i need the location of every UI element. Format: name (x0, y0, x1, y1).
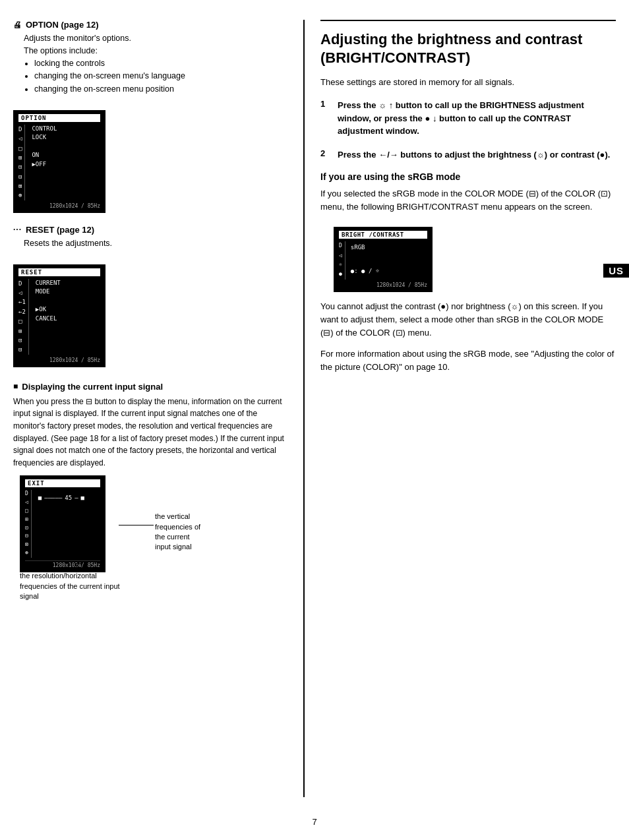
srgb-body1: If you selected the sRGB mode in the COL… (320, 187, 616, 214)
reset-menu-content: CURRENT MODE ▶OK CANCEL (36, 279, 100, 355)
us-badge: US (603, 264, 629, 278)
reset-section: ··· RESET (page 12) Resets the adjustmen… (13, 225, 290, 373)
srgb-body2: You cannot adjust the contrast (●) nor b… (320, 300, 616, 340)
option-menu-icons: D ◁ □ ⊞ ⊡ ⊟ ⊠ ⊛ (18, 125, 25, 200)
reset-menu-icons: D ◁ ←1 ←2 □ ⊞ ⊡ ⊟ (18, 279, 29, 355)
horizontal-freq-label: the resolution/horizontalfrequencies of … (20, 571, 152, 601)
reset-line1: Resets the adjustments. (24, 237, 290, 250)
step-2-number: 2 (320, 148, 331, 162)
bc-content: sRGB ●: ● / ☼ (348, 241, 379, 280)
srgb-body3: For more information about using the sRG… (320, 347, 616, 374)
right-intro: These settings are stored in memory for … (320, 77, 616, 87)
option-list-item: changing the on-screen menu's language (34, 70, 290, 82)
reset-title: ··· RESET (page 12) (13, 225, 290, 235)
option-menu-footer: 1280x1024 / 85Hz (18, 203, 100, 209)
exit-screen-wrapper: EXIT D ◁ □ ⊞ ⊡ ⊟ ⊠ ⊛ (20, 475, 105, 572)
reset-menu-wrapper: RESET D ◁ ←1 ←2 □ ⊞ ⊡ ⊟ (13, 259, 290, 373)
display-section: Displaying the current input signal When… (13, 382, 290, 608)
horizontal-freq-line-h (76, 563, 82, 564)
option-body: Adjusts the monitor's options. The optio… (24, 32, 290, 96)
option-title-text: OPTION (page 12) (26, 20, 99, 30)
srgb-title: If you are using the sRGB mode (320, 171, 616, 182)
right-section-wrapper: US Adjusting the brightness and contrast… (320, 20, 616, 375)
page-number: 7 (0, 810, 629, 840)
srgb-section: If you are using the sRGB mode If you se… (320, 171, 616, 375)
reset-menu-footer: 1280x1024 / 85Hz (18, 357, 100, 363)
option-title: 🖨 OPTION (page 12) (13, 20, 290, 30)
option-line2: The options include: (24, 45, 290, 57)
reset-menu-title: RESET (18, 268, 100, 276)
display-body: When you press the ⊟ button to display t… (13, 396, 290, 469)
option-menu-screenshot: OPTION D ◁ □ ⊞ ⊡ ⊟ ⊠ ⊛ C (13, 110, 105, 213)
bright-contrast-screen: BRIGHT /CONTRAST D ◁ ☼ ● sRGB ●: ● / ☼ (334, 227, 433, 292)
exit-footer: 1280x1024/ 85Hz (25, 560, 100, 568)
step-1-text: Press the ☼ ↑ button to call up the BRIG… (338, 99, 616, 138)
display-title: Displaying the current input signal (13, 382, 290, 392)
title-divider (320, 20, 616, 21)
option-list-item: changing the on-screen menu position (34, 83, 290, 96)
bc-body: D ◁ ☼ ● sRGB ●: ● / ☼ (339, 241, 427, 280)
bc-icons: D ◁ ☼ ● (339, 241, 345, 280)
option-menu-wrapper: OPTION D ◁ □ ⊞ ⊡ ⊟ ⊠ ⊛ C (13, 105, 290, 218)
reset-icon-prefix: ··· (13, 225, 22, 234)
exit-screen: EXIT D ◁ □ ⊞ ⊡ ⊟ ⊠ ⊛ (20, 475, 105, 572)
reset-title-text: RESET (page 12) (26, 225, 94, 235)
reset-body: Resets the adjustments. (24, 237, 290, 250)
option-section: 🖨 OPTION (page 12) Adjusts the monitor's… (13, 20, 290, 218)
option-list-item: locking the controls (34, 57, 290, 70)
exit-icons: D ◁ □ ⊞ ⊡ ⊟ ⊠ ⊛ (25, 490, 32, 557)
exit-title: EXIT (25, 479, 100, 487)
vertical-freq-line (119, 525, 154, 525)
left-column: 🖨 OPTION (page 12) Adjusts the monitor's… (13, 20, 290, 797)
step-1: 1 Press the ☼ ↑ button to call up the BR… (320, 99, 616, 138)
bc-footer: 1280x1024 / 85Hz (339, 282, 427, 288)
right-title: Adjusting the brightness and contrast (B… (320, 30, 616, 67)
option-list: locking the controls changing the on-scr… (34, 57, 290, 96)
exit-diagram-container: EXIT D ◁ □ ⊞ ⊡ ⊟ ⊠ ⊛ (13, 475, 290, 607)
reset-menu-screenshot: RESET D ◁ ←1 ←2 □ ⊞ ⊡ ⊟ (13, 264, 105, 367)
horizontal-freq-line-v (76, 563, 76, 571)
printer-icon: 🖨 (13, 20, 22, 30)
vertical-freq-label: the verticalfrequencies ofthe currentinp… (155, 512, 241, 553)
step-2: 2 Press the ←/→ buttons to adjust the br… (320, 148, 616, 162)
right-column: US Adjusting the brightness and contrast… (303, 20, 616, 797)
step-2-text: Press the ←/→ buttons to adjust the brig… (338, 148, 610, 162)
option-menu-content: CONTROL LOCK ON ▶OFF (32, 125, 100, 200)
option-menu-title: OPTION (18, 114, 100, 122)
step-1-number: 1 (320, 99, 331, 138)
option-line1: Adjusts the monitor's options. (24, 32, 290, 45)
slider-row: ■ ————— 45 — ■ (38, 493, 84, 503)
bc-title: BRIGHT /CONTRAST (339, 231, 427, 239)
exit-content: ■ ————— 45 — ■ (38, 490, 84, 557)
